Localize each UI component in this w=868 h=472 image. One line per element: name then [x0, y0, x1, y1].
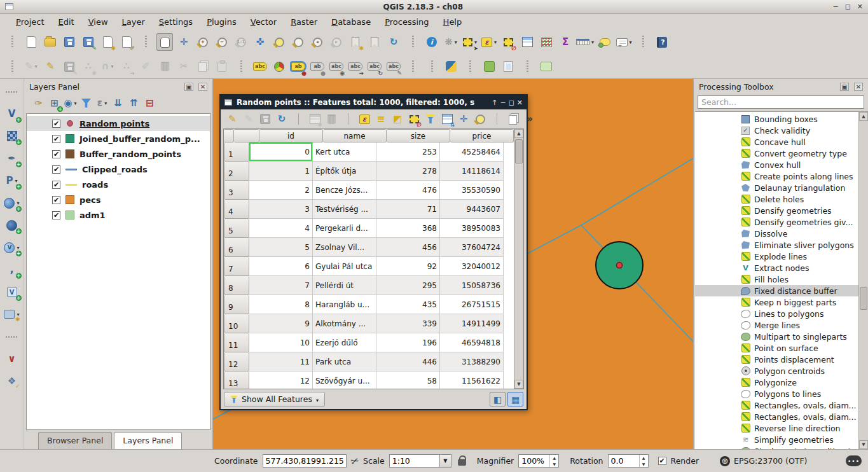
- cell-id[interactable]: 8: [249, 295, 313, 314]
- extents-toggle-icon[interactable]: ✂: [349, 454, 361, 468]
- close-button[interactable]: ✕: [857, 3, 863, 11]
- map-tips-button[interactable]: [596, 33, 613, 51]
- toggle-editing-button[interactable]: ✎: [224, 111, 240, 127]
- cell-name[interactable]: Építők útja: [313, 162, 376, 181]
- menu-vector[interactable]: Vector: [244, 15, 284, 29]
- scroll-up-icon[interactable]: ▲: [514, 129, 523, 138]
- save-project-button[interactable]: [61, 33, 78, 51]
- cell-size[interactable]: 196: [376, 333, 440, 352]
- magnifier-spinner[interactable]: ▲▼: [518, 454, 559, 468]
- scroll-track[interactable]: [859, 121, 868, 440]
- table-row[interactable]: 87Pellérdi út29515058736: [224, 276, 514, 295]
- add-wcs-layer-button[interactable]: [4, 218, 20, 233]
- topology-tool-button[interactable]: ∨: [4, 351, 20, 366]
- pin-labels-button[interactable]: ab●: [290, 58, 307, 76]
- algorithm-item[interactable]: Multipart to singleparts: [695, 331, 858, 342]
- column-header[interactable]: price: [450, 129, 514, 142]
- node-tool-button[interactable]: ✐: [137, 58, 154, 76]
- toolbar-overflow-button[interactable]: »: [522, 111, 537, 127]
- style-manager-button[interactable]: ✑: [31, 95, 46, 111]
- toolbar-grip[interactable]: [4, 58, 20, 76]
- cell-name[interactable]: Alkotmány ...: [313, 314, 376, 333]
- algorithm-item[interactable]: Reverse line direction: [695, 422, 858, 434]
- cell-price[interactable]: 35530590: [440, 181, 504, 200]
- show-hide-labels-button[interactable]: abc◉: [328, 58, 345, 76]
- highlight-pinned-labels-button[interactable]: ab●: [309, 58, 326, 76]
- row-number[interactable]: 10: [224, 314, 249, 333]
- zoom-to-selection-button[interactable]: [472, 111, 488, 127]
- scroll-down-icon[interactable]: ▼: [859, 440, 868, 449]
- paste-features-button[interactable]: [214, 58, 230, 76]
- save-project-as-button[interactable]: ✎: [80, 33, 97, 51]
- identify-features-button[interactable]: i: [424, 33, 440, 51]
- table-row[interactable]: 43Testvériség ...719443607: [224, 200, 514, 219]
- scale-dropdown-icon[interactable]: ▼: [439, 455, 451, 467]
- add-vector-layer-button[interactable]: V: [4, 106, 20, 121]
- row-number[interactable]: 11: [224, 333, 249, 352]
- rotation-spinner[interactable]: ▲▼: [608, 454, 649, 468]
- pan-map-button[interactable]: [156, 33, 173, 51]
- menu-raster[interactable]: Raster: [284, 15, 324, 29]
- cell-id[interactable]: 7: [249, 276, 313, 295]
- tab-layers-panel[interactable]: Layers Panel: [114, 432, 182, 449]
- layer-item-roads[interactable]: ✔roads: [27, 177, 210, 192]
- toolbar-grip[interactable]: [4, 33, 20, 51]
- statistics-button[interactable]: Σ: [557, 33, 574, 51]
- pan-to-selection-button[interactable]: ✛: [176, 33, 192, 51]
- menu-plugins[interactable]: Plugins: [200, 15, 244, 29]
- minimize-button[interactable]: −: [832, 3, 838, 11]
- deselect-all-button[interactable]: ∅: [406, 111, 422, 127]
- copy-features-button[interactable]: [195, 58, 211, 76]
- menu-project[interactable]: Project: [9, 15, 52, 29]
- cell-size[interactable]: 58: [376, 371, 440, 389]
- cell-id[interactable]: 1: [249, 162, 313, 181]
- algorithm-item[interactable]: Densify geometries giv...: [695, 216, 858, 228]
- current-edits-button[interactable]: ✎▾: [23, 58, 39, 76]
- algorithm-item[interactable]: Fill holes: [695, 274, 858, 285]
- reload-table-button[interactable]: ↻: [274, 111, 289, 127]
- zoom-out-button[interactable]: −: [214, 33, 230, 51]
- toolbar-grip[interactable]: [635, 33, 651, 51]
- cell-id[interactable]: 12: [249, 371, 313, 389]
- add-delimited-text-button[interactable]: ✒: [4, 151, 20, 166]
- algorithm-item[interactable]: Points displacement: [695, 354, 858, 365]
- multiedit-button[interactable]: ✎: [241, 111, 256, 127]
- table-row[interactable]: 32Bencze Józs...47635530590: [224, 181, 514, 200]
- cell-size[interactable]: 339: [376, 314, 440, 333]
- maximize-window-button[interactable]: ◻: [509, 99, 514, 107]
- messages-log-icon[interactable]: •••: [846, 455, 862, 466]
- close-panel-button[interactable]: ✕: [854, 83, 863, 91]
- algorithm-item[interactable]: Densify geometries: [695, 205, 858, 216]
- add-feature-button[interactable]: ∴✱: [80, 58, 97, 76]
- algorithm-item[interactable]: Delete holes: [695, 193, 858, 205]
- attribute-window-titlebar[interactable]: Random points :: Features total: 1000, f…: [221, 95, 527, 109]
- algorithm-item[interactable]: Point on surface: [695, 342, 858, 354]
- cell-price[interactable]: 14118614: [440, 162, 504, 181]
- annotation-button[interactable]: ▾: [616, 33, 632, 51]
- labeling-button[interactable]: abc: [252, 58, 268, 76]
- algorithm-item[interactable]: Polygons to lines: [695, 388, 858, 399]
- refresh-map-button[interactable]: ↻: [385, 33, 402, 51]
- scale-input[interactable]: [390, 455, 439, 467]
- spin-down-icon[interactable]: ▼: [550, 461, 558, 468]
- cell-name[interactable]: Pergekarli d...: [313, 219, 376, 238]
- row-number[interactable]: 7: [224, 257, 249, 276]
- copy-selection-button[interactable]: [506, 111, 521, 127]
- algorithm-item[interactable]: Polygonize: [695, 377, 858, 388]
- cell-price[interactable]: 38950083: [440, 219, 504, 238]
- new-bookmark-button[interactable]: ✱: [347, 33, 364, 51]
- circular-string-button[interactable]: ∩▾: [99, 58, 116, 76]
- algorithm-item[interactable]: Extract nodes: [695, 262, 858, 274]
- cell-price[interactable]: 46594818: [440, 333, 504, 352]
- algorithm-item[interactable]: Explode lines: [695, 251, 858, 262]
- cell-id[interactable]: 4: [249, 219, 313, 238]
- add-postgis-layer-button[interactable]: P▾: [4, 173, 20, 188]
- table-row[interactable]: 1312Szövőgyár u...5811561622: [224, 371, 514, 389]
- row-number[interactable]: 1: [224, 142, 249, 162]
- row-number[interactable]: 2: [224, 162, 249, 181]
- scroll-down-icon[interactable]: ▼: [514, 380, 523, 389]
- show-bookmarks-button[interactable]: [366, 33, 383, 51]
- cell-id[interactable]: 3: [249, 200, 313, 219]
- algorithm-item[interactable]: Merge lines: [695, 319, 858, 331]
- composer-manager-button[interactable]: ✐: [118, 33, 135, 51]
